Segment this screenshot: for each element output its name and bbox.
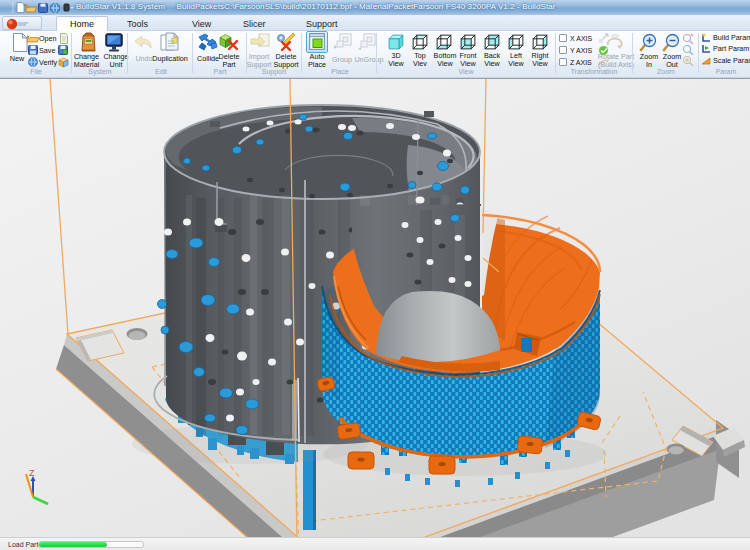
svg-text:Z: Z [29,468,35,478]
